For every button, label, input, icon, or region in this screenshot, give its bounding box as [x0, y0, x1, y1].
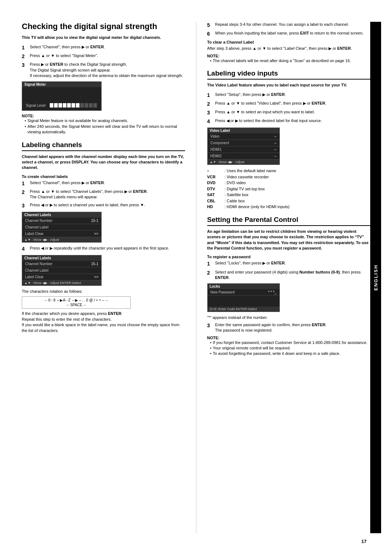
bar-empty	[85, 103, 88, 108]
step-num: 2	[22, 189, 28, 200]
step-num: 2	[207, 270, 214, 281]
section1-intro: This TV will allow you to view the digit…	[22, 35, 185, 40]
step-num: 3	[207, 109, 214, 116]
channel-labels-box1-body: Channel Number 15-1 Channel Label Label …	[22, 218, 101, 237]
video-label-box-title: Video Label	[208, 128, 279, 133]
step-2: 2 Press ▲ or ▼ to select "Signal Meter".	[22, 53, 185, 60]
step-num: 2	[207, 101, 214, 107]
video-step-2: 2 Press ▲ or ▼ to select "Video Label", …	[207, 101, 371, 107]
step-num: 1	[22, 44, 28, 51]
def-row: DTV : Digital TV set-top box	[207, 186, 371, 192]
step-content: Press ▲ or ▼ to select "Channel Labels",…	[30, 189, 185, 200]
after-chars-text1: If the character which you desire appear…	[22, 311, 185, 333]
channel-labels-box2-body: Channel Number 15-1 Channel Label Label …	[22, 261, 101, 280]
menu-row: Label Clear >>	[22, 231, 101, 237]
create-step-4: 4 Press ◀ or ▶ repeatedly until the char…	[22, 246, 185, 252]
menu-row: HDMI2 –	[208, 153, 279, 159]
section2-intro: Channel label appears with the channel n…	[22, 154, 185, 171]
signal-meter-title: Signal Meter	[22, 82, 101, 87]
video-step-1: 1 Select "Setup", then press ▶ or ENTER.	[207, 92, 371, 98]
step-content: Press ▲ or ▼ to select an input which yo…	[215, 109, 371, 116]
def-row: – : Uses the default label name	[207, 168, 371, 174]
section1-note: NOTE: Signal Meter feature is not availa…	[22, 114, 185, 135]
step-3: 3 Press ▶ or ENTER to check the Digital …	[22, 62, 185, 78]
note-bullet: To avoid forgetting the password, write …	[210, 351, 371, 356]
note-title: NOTE:	[207, 336, 371, 340]
bar	[63, 103, 66, 108]
menu-footer2: ▲▼ : Move ◀▶ : Adjust ENTER:Select	[22, 280, 101, 285]
create-step-3: 3 Press ◀ or ▶ to select a channel you w…	[22, 202, 185, 209]
def-row: CBL : Cable box	[207, 198, 371, 204]
menu-row: Channel Label	[22, 267, 101, 274]
signal-meter-body: Signal Level	[22, 87, 101, 110]
bar-empty	[89, 103, 93, 108]
step-content: Select "Locks", then press ▶ or ENTER.	[215, 260, 371, 267]
step-num: 1	[22, 180, 28, 187]
def-row: DVD : DVD video	[207, 180, 371, 186]
menu-row: Component –	[208, 140, 279, 146]
step-num: 4	[22, 246, 28, 252]
step-content: Press ▲ or ▼ to select "Signal Meter".	[30, 53, 185, 60]
signal-bars	[50, 103, 97, 108]
channel-labels-box2: Channel Labels Channel Number 15-1 Chann…	[22, 255, 102, 286]
menu-row: New Password * * *_	[208, 289, 279, 296]
step-content: Enter the same password again to confirm…	[215, 322, 371, 333]
create-step-2: 2 Press ▲ or ▼ to select "Channel Labels…	[22, 189, 185, 200]
video-label-footer: ▲▼ : Move ◀▶ : Adjust	[208, 159, 279, 165]
menu-footer: ▲▼ : Move ◀▶ : Adjust	[22, 237, 101, 242]
signal-meter-box: Signal Meter Signal Level	[22, 81, 102, 111]
video-label-box-body: Video – Component – HDMI1 – HDMI2 –	[208, 133, 279, 159]
clear-label-title: To clear a Channel Label	[207, 40, 371, 44]
locks-box-body: New Password * * *_	[208, 289, 279, 307]
note-bullet: Your original remote control will be req…	[210, 345, 371, 351]
step-num: 3	[22, 62, 28, 78]
signal-level-row: Signal Level	[26, 103, 98, 108]
step-content: Select "Setup", then press ▶ or ENTER.	[215, 92, 371, 98]
bar	[58, 103, 62, 108]
english-tab-label: ENGLISH	[373, 264, 379, 291]
step-num: 5	[207, 22, 214, 28]
menu-row: Channel Number 15-1	[22, 218, 101, 224]
section1-title: Checking the digital signal strength	[22, 22, 185, 31]
chars-rotation-row: → 0···9 ↔▶A···Z ↔▶ – . . 0 @ / + = – ←	[44, 298, 109, 302]
section4-intro: An age limitation can be set to restrict…	[207, 229, 371, 251]
step-num: 3	[207, 322, 214, 333]
menu-row: Channel Label	[22, 224, 101, 231]
note-title: NOTE:	[22, 114, 185, 118]
locks-footer: (0-9) :Enter Code ENTER:Select	[208, 307, 279, 312]
step-content: Press ▶ or ENTER to check the Digital Si…	[30, 62, 185, 78]
bar	[76, 103, 79, 108]
video-step-4: 4 Press ◀ or ▶ to select the desired lab…	[207, 118, 371, 125]
channel-labels-box1: Channel Labels Channel Number 15-1 Chann…	[22, 212, 102, 243]
note-bullet: If you forget the password, contact Cust…	[210, 340, 371, 345]
note-bullet: The channel labels will be reset after d…	[210, 58, 371, 64]
section3-title: Labeling video inputs	[207, 69, 371, 80]
step-content: Select "Channel", then press ▶ or ENTER.	[30, 180, 185, 187]
note-title: NOTE:	[207, 54, 371, 58]
section3-intro: The Video Label feature allows you to la…	[207, 82, 371, 88]
locks-box: Locks New Password * * *_ (0-9) :Enter C…	[207, 283, 280, 312]
menu-row: Channel Number 15-1	[22, 261, 101, 267]
clear-label-text: After step 3 above, press ▲ or ▼ to sele…	[207, 46, 371, 51]
step-content: Select "Channel", then press ▶ or ENTER.	[30, 44, 185, 51]
chars-rotation-box: → 0···9 ↔▶A···Z ↔▶ – . . 0 @ / + = – ← →…	[22, 296, 131, 309]
locks-box-title: Locks	[208, 284, 279, 289]
password-step-3: 3 Enter the same password again to confi…	[207, 322, 371, 333]
step-content: Press ◀ or ▶ to select the desired label…	[215, 118, 371, 125]
create-channel-labels-title: To create channel labels	[22, 174, 185, 179]
note-bullet: Signal Meter feature is not available fo…	[25, 118, 185, 123]
definitions-list: – : Uses the default label name VCR : Vi…	[207, 168, 371, 210]
register-password-title: To register a password	[207, 255, 371, 259]
channel-labels-box2-title: Channel Labels	[22, 255, 101, 261]
channel-labels-box1-title: Channel Labels	[22, 212, 101, 218]
step-content: Repeat steps 3-4 for other channel. You …	[215, 22, 371, 28]
create-step-1: 1 Select "Channel", then press ▶ or ENTE…	[22, 180, 185, 187]
step-content: Press ◀ or ▶ to select a channel you wan…	[30, 202, 185, 209]
bar	[72, 103, 75, 108]
english-tab: ENGLISH	[370, 22, 381, 533]
def-row: HD : HDMI device (only for HDMI inputs)	[207, 204, 371, 210]
page-number: 17	[362, 539, 367, 544]
video-label-box: Video Label Video – Component – HDMI1 –	[207, 127, 280, 165]
def-row: VCR : Video cassette recorder	[207, 174, 371, 180]
step-content: When you finish inputting the label name…	[215, 31, 371, 37]
